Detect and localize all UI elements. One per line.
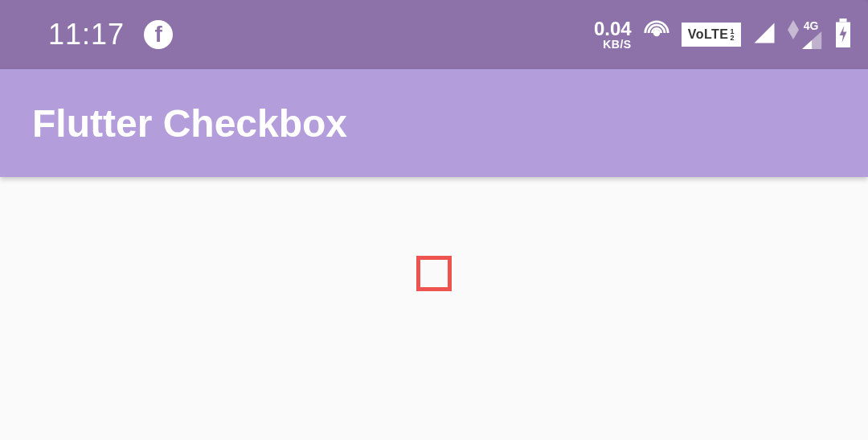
- hotspot-icon: [643, 19, 670, 50]
- status-right: 0.04 KB/S VoLTE 1 2: [594, 19, 852, 51]
- facebook-notification-icon: f: [144, 20, 173, 49]
- data-speed-unit: KB/S: [603, 39, 631, 50]
- signal-sim1-icon: [752, 21, 776, 48]
- app-bar: Flutter Checkbox: [0, 69, 868, 177]
- checkbox[interactable]: [416, 256, 452, 291]
- data-arrows-icon: [788, 20, 799, 39]
- status-left: 11:17 f: [48, 18, 173, 51]
- battery-charging-icon: [834, 19, 852, 51]
- volte-sim-indicator: 1 2: [730, 28, 735, 41]
- svg-rect-1: [840, 19, 847, 23]
- volte-label: VoLTE: [688, 27, 729, 42]
- network-type-label: 4G: [804, 20, 819, 31]
- app-title: Flutter Checkbox: [32, 101, 347, 146]
- svg-point-0: [653, 30, 660, 37]
- data-speed-value: 0.04: [594, 19, 632, 39]
- signal-sim2-icon: 4G: [799, 20, 823, 49]
- android-status-bar: 11:17 f 0.04 KB/S VoLTE 1 2: [0, 0, 868, 69]
- content-area: [0, 177, 868, 440]
- signal-sim2-wrap: 4G: [788, 20, 823, 49]
- clock: 11:17: [48, 18, 125, 51]
- volte-badge: VoLTE 1 2: [682, 23, 741, 47]
- data-speed-indicator: 0.04 KB/S: [594, 19, 632, 50]
